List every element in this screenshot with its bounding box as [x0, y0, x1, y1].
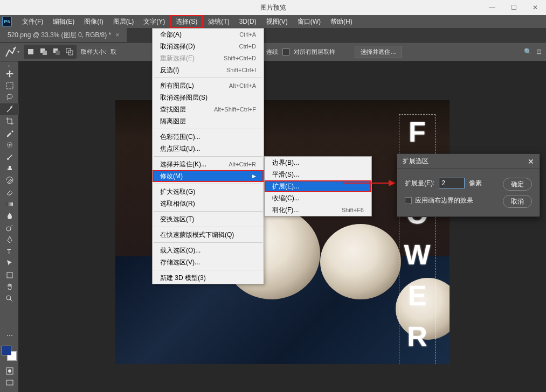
workspace-menu-icon[interactable]: ⊡ [536, 48, 542, 55]
dialog-title: 扩展选区 [403, 157, 428, 166]
marquee-tool[interactable] [0, 80, 19, 92]
eraser-tool[interactable] [0, 186, 19, 198]
dodge-tool[interactable] [0, 222, 19, 234]
select-and-mask-button[interactable]: 选择并遮住… [355, 46, 402, 58]
modify-menu-item[interactable]: 边界(B)... [265, 157, 371, 169]
select-menu-item[interactable]: 在快速蒙版模式下编辑(Q) [153, 229, 264, 241]
menubar: Ps 文件(F) 编辑(E) 图像(I) 图层(L) 文字(Y) 选择(S) 滤… [0, 15, 546, 28]
selection-new[interactable] [25, 46, 37, 58]
magic-wand-tool[interactable] [0, 103, 19, 115]
tab-close-icon[interactable]: × [115, 31, 119, 39]
search-icon[interactable]: 🔍 [524, 48, 532, 55]
dialog-close-icon[interactable]: ✕ [528, 157, 534, 166]
blur-tool[interactable] [0, 210, 19, 222]
menu-file[interactable]: 文件(F) [17, 15, 48, 28]
menu-edit[interactable]: 编辑(E) [48, 15, 79, 28]
select-menu-item[interactable]: 反选(I)Shift+Ctrl+I [153, 64, 264, 76]
selection-mode-group [24, 45, 77, 59]
svg-rect-18 [6, 380, 13, 385]
svg-rect-8 [6, 82, 13, 89]
svg-point-17 [8, 369, 11, 373]
ps-logo: Ps [2, 17, 12, 26]
select-menu-item[interactable]: 重新选择(E)Shift+Ctrl+D [153, 52, 264, 64]
eyedropper-tool[interactable] [0, 127, 19, 139]
select-menu-item[interactable]: 修改(M)▶ [153, 170, 264, 182]
close-button[interactable]: ✕ [524, 0, 546, 15]
select-menu-item[interactable]: 所有图层(L)Alt+Ctrl+A [153, 80, 264, 92]
selection-intersect[interactable] [64, 46, 75, 58]
expand-amount-input[interactable] [439, 178, 465, 188]
brush-tool[interactable] [0, 151, 19, 163]
history-brush-tool[interactable] [0, 174, 19, 186]
menu-image[interactable]: 图像(I) [79, 15, 108, 28]
select-menu-item[interactable]: 选择并遮住(K)...Alt+Ctrl+R [153, 158, 264, 170]
all-layers-checkbox[interactable] [282, 48, 289, 55]
select-menu-item[interactable]: 隔离图层 [153, 115, 264, 127]
menu-filter[interactable]: 滤镜(T) [203, 15, 234, 28]
document-tabbar: 520.png @ 33.3% (图层 0, RGB/8) * × [0, 28, 546, 42]
expand-amount-label: 扩展量(E): [405, 179, 434, 188]
menu-view[interactable]: 视图(V) [261, 15, 293, 28]
select-menu-item[interactable]: 查找图层Alt+Shift+Ctrl+F [153, 103, 264, 115]
window-controls: — ☐ ✕ [481, 0, 546, 15]
svg-rect-14 [7, 272, 12, 278]
shape-tool[interactable] [0, 269, 19, 281]
crop-tool[interactable] [0, 115, 19, 127]
canvas-area[interactable]: FLOWERS [19, 61, 546, 392]
selection-subtract[interactable] [51, 46, 63, 58]
selection-add[interactable] [38, 46, 50, 58]
select-menu-item[interactable]: 色彩范围(C)... [153, 131, 264, 143]
minimize-button[interactable]: — [481, 0, 503, 15]
maximize-button[interactable]: ☐ [503, 0, 524, 15]
ok-button[interactable]: 确定 [503, 178, 532, 191]
hand-tool[interactable] [0, 281, 19, 293]
move-tool[interactable] [0, 68, 19, 80]
select-menu-item[interactable]: 载入选区(O)... [153, 244, 264, 256]
annotation-arrow [343, 178, 397, 188]
current-tool-icon[interactable]: ▾ [4, 46, 19, 58]
path-select-tool[interactable] [0, 257, 19, 269]
select-menu-item[interactable]: 全部(A)Ctrl+A [153, 29, 264, 40]
type-tool[interactable]: T [0, 246, 19, 257]
menu-window[interactable]: 窗口(W) [293, 15, 326, 28]
pen-tool[interactable] [0, 234, 19, 246]
foreground-color[interactable] [2, 346, 11, 355]
gradient-tool[interactable] [0, 198, 19, 210]
select-menu-item[interactable]: 取消选择图层(S) [153, 92, 264, 103]
select-menu-item[interactable]: 新建 3D 模型(3) [153, 272, 264, 284]
document-tab[interactable]: 520.png @ 33.3% (图层 0, RGB/8) * × [0, 28, 127, 42]
stamp-tool[interactable] [0, 163, 19, 174]
svg-point-9 [7, 94, 12, 99]
canvas-bounds-label: 应用画布边界的效果 [415, 196, 473, 205]
menu-layer[interactable]: 图层(L) [108, 15, 139, 28]
modify-menu-item[interactable]: 羽化(F)...Shift+F6 [265, 204, 371, 216]
canvas-bounds-checkbox[interactable] [405, 197, 412, 204]
select-menu-item[interactable]: 选取相似(R) [153, 198, 264, 209]
modify-menu-item[interactable]: 收缩(C)... [265, 192, 371, 204]
cancel-button[interactable]: 取消 [503, 195, 532, 208]
sample-size-value[interactable]: 取 [110, 48, 116, 56]
select-menu-dropdown: 全部(A)Ctrl+A取消选择(D)Ctrl+D重新选择(E)Shift+Ctr… [152, 28, 264, 284]
expand-selection-dialog: 扩展选区 ✕ 扩展量(E): 像素 应用画布边界的效果 确定 取消 [397, 153, 540, 217]
quick-mask-toggle[interactable] [0, 365, 19, 377]
toolbox-handle[interactable]: ›› [0, 64, 18, 68]
menu-help[interactable]: 帮助(H) [326, 15, 357, 28]
select-menu-item[interactable]: 扩大选取(G) [153, 186, 264, 198]
lasso-tool[interactable] [0, 92, 19, 103]
healing-tool[interactable] [0, 139, 19, 151]
color-swatches[interactable] [2, 346, 17, 361]
menu-type[interactable]: 文字(Y) [139, 15, 170, 28]
svg-rect-3 [43, 51, 47, 55]
menu-select[interactable]: 选择(S) [170, 15, 203, 28]
select-menu-item[interactable]: 取消选择(D)Ctrl+D [153, 40, 264, 52]
edit-toolbar[interactable]: ⋯ [0, 330, 19, 341]
select-menu-item[interactable]: 变换选区(T) [153, 213, 264, 225]
zoom-tool[interactable] [0, 293, 19, 305]
dialog-titlebar[interactable]: 扩展选区 ✕ [397, 154, 540, 169]
select-menu-item[interactable]: 焦点区域(U)... [153, 143, 264, 155]
screen-mode[interactable] [0, 377, 19, 389]
menu-3d[interactable]: 3D(D) [234, 15, 261, 28]
select-menu-item[interactable]: 存储选区(V)... [153, 256, 264, 268]
all-layers-label: 对所有图层取样 [294, 48, 335, 56]
svg-rect-5 [56, 51, 60, 55]
